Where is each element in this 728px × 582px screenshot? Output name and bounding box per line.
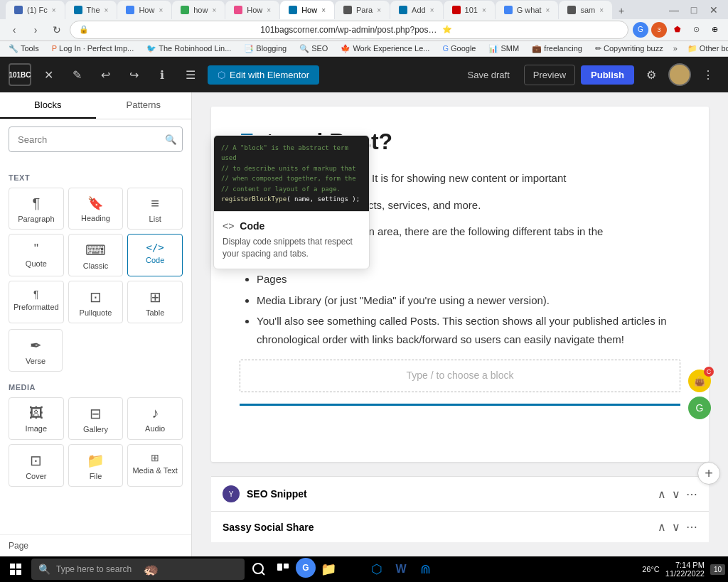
social-more-options[interactable]: ⋯: [686, 520, 697, 534]
publish-button[interactable]: Publish: [581, 65, 634, 85]
taskbar-icon-task-view[interactable]: [272, 558, 294, 581]
bookmark-tools[interactable]: 🔧Tools: [6, 43, 42, 55]
tab-blocks[interactable]: Blocks: [0, 92, 96, 119]
floating-icon-green[interactable]: G C: [688, 397, 711, 419]
bookmark-freelancing[interactable]: 💼freelancing: [529, 43, 585, 55]
seo-collapse-up[interactable]: ∧: [658, 487, 666, 501]
tab-5[interactable]: How ×: [225, 1, 279, 19]
extension-icon-3[interactable]: ⬟: [670, 22, 685, 38]
redo-button[interactable]: ↪: [122, 63, 145, 86]
profile-button[interactable]: ⊕: [707, 22, 722, 38]
tab-2[interactable]: The ×: [65, 1, 117, 19]
bookmark-copywriting[interactable]: ✏Copywriting buzz: [592, 43, 666, 55]
pullquote-label: Pullquote: [80, 308, 112, 317]
block-classic[interactable]: ⌨ Classic: [68, 234, 124, 276]
close-panel-button[interactable]: ✕: [37, 63, 60, 86]
block-table[interactable]: ⊞ Table: [127, 281, 183, 323]
bookmark-work[interactable]: 🍁Work Experience Le...: [338, 43, 432, 55]
tab-1[interactable]: (1) Fc ×: [6, 1, 65, 19]
svg-rect-7: [284, 564, 289, 568]
reload-button[interactable]: ↻: [48, 21, 65, 38]
list-view-button[interactable]: ☰: [179, 63, 202, 86]
block-paragraph[interactable]: ¶ Paragraph: [9, 188, 64, 230]
tab-10[interactable]: G what ×: [496, 1, 559, 19]
block-file[interactable]: 📁 File: [68, 444, 124, 487]
block-pullquote[interactable]: ⊡ Pullquote: [68, 281, 124, 323]
taskbar-icon-explorer[interactable]: 📁: [317, 558, 340, 581]
block-list[interactable]: ≡ List: [127, 188, 183, 230]
search-button[interactable]: 🔍: [165, 134, 177, 145]
list-item-4: You'll also see something called Posts. …: [257, 312, 680, 348]
block-audio[interactable]: ♪ Audio: [127, 397, 183, 440]
taskbar-search-box[interactable]: 🔍 Type here to search 🦔: [31, 559, 245, 580]
edit-with-elementor-button[interactable]: ⬡ Edit with Elementor: [208, 65, 319, 85]
forward-button[interactable]: ›: [27, 21, 44, 38]
pen-tool-button[interactable]: ✎: [65, 63, 88, 86]
preview-button[interactable]: Preview: [524, 65, 575, 85]
settings-button[interactable]: ⚙: [640, 63, 663, 86]
taskbar-icon-chrome[interactable]: G: [296, 558, 316, 578]
tab-4[interactable]: how ×: [172, 1, 225, 19]
block-gallery[interactable]: ⊟ Gallery: [68, 397, 124, 440]
tab-6-active[interactable]: How ×: [280, 1, 334, 19]
block-image[interactable]: 🖼 Image: [9, 397, 64, 440]
block-cover[interactable]: ⊡ Cover: [9, 444, 64, 487]
extension-icon-1[interactable]: G: [633, 22, 648, 38]
undo-button[interactable]: ↩: [94, 63, 117, 86]
new-tab-button[interactable]: +: [613, 2, 630, 19]
minimize-button[interactable]: —: [665, 1, 682, 18]
seo-collapse-down[interactable]: ∨: [672, 487, 680, 501]
close-button[interactable]: ✕: [705, 1, 722, 18]
address-bar[interactable]: 🔒 101bagscorner.com/wp-admin/post.php?po…: [70, 21, 628, 39]
block-preformatted[interactable]: ¶ Preformatted: [9, 281, 64, 323]
bookmark-robinhood[interactable]: 🐦The Robinhood Lin...: [144, 43, 234, 55]
block-search-input[interactable]: [9, 126, 183, 152]
taskbar-icon-word[interactable]: W: [390, 558, 412, 581]
maximize-button[interactable]: □: [685, 1, 702, 18]
social-collapse-down[interactable]: ∨: [672, 520, 680, 534]
tab-11[interactable]: sam ×: [559, 1, 612, 19]
taskbar-icon-vscode[interactable]: ⬡: [365, 558, 388, 581]
info-button[interactable]: ℹ: [151, 63, 173, 86]
file-label: File: [90, 472, 102, 480]
add-block-button[interactable]: +: [697, 462, 720, 485]
extension-icon-4[interactable]: ⊙: [688, 22, 704, 38]
extension-icon-2[interactable]: 3: [651, 22, 667, 38]
bookmark-other[interactable]: 📁Other bookmarks: [685, 43, 728, 55]
code-popup-title: Code: [240, 220, 264, 232]
taskbar-icon-search[interactable]: [247, 558, 270, 581]
blocks-list: TEXT ¶ Paragraph 🔖 Heading ≡ List: [0, 159, 191, 534]
social-collapse-up[interactable]: ∧: [658, 520, 666, 534]
bookmark-google[interactable]: GGoogle: [439, 43, 478, 54]
block-inserter-placeholder[interactable]: Type / to choose a block: [240, 360, 680, 392]
social-panel-header[interactable]: Sassy Social Share ∧ ∨ ⋯: [211, 512, 709, 542]
image-icon: 🖼: [29, 405, 43, 421]
tab-9[interactable]: 101 ×: [444, 1, 495, 19]
seo-more-options[interactable]: ⋯: [686, 487, 697, 501]
verse-label: Verse: [26, 357, 46, 365]
bookmark-login[interactable]: PLog In · Perfect Imp...: [49, 43, 137, 54]
block-quote[interactable]: " Quote: [9, 234, 64, 276]
tab-7[interactable]: Para ×: [335, 1, 390, 19]
block-code[interactable]: </> Code: [127, 234, 183, 276]
seo-panel-header[interactable]: Y SEO Snippet ∧ ∨ ⋯: [211, 477, 709, 511]
taskbar-icon-store[interactable]: 🛍: [341, 558, 364, 581]
back-button[interactable]: ‹: [6, 21, 23, 38]
seo-logo: Y: [223, 485, 240, 502]
bookmark-smm[interactable]: 📊SMM: [486, 43, 522, 55]
tab-3[interactable]: How ×: [117, 1, 171, 19]
bookmark-seo[interactable]: 🔍SEO: [296, 43, 331, 55]
start-button[interactable]: [3, 556, 28, 582]
more-options-button[interactable]: ⋮: [697, 63, 719, 86]
tab-8[interactable]: Add ×: [390, 1, 442, 19]
taskbar-icon-edge[interactable]: ⋒: [414, 558, 437, 581]
save-draft-button[interactable]: Save draft: [459, 65, 518, 85]
block-media-text[interactable]: ⊞ Media & Text: [127, 444, 183, 487]
notification-count[interactable]: 10: [710, 564, 725, 575]
svg-rect-3: [16, 570, 21, 575]
block-verse[interactable]: ✒ Verse: [9, 329, 63, 372]
block-heading[interactable]: 🔖 Heading: [68, 188, 124, 230]
bookmark-blogging[interactable]: 📑Blogging: [241, 43, 289, 55]
verse-icon: ✒: [30, 337, 42, 354]
tab-patterns[interactable]: Patterns: [96, 92, 192, 119]
